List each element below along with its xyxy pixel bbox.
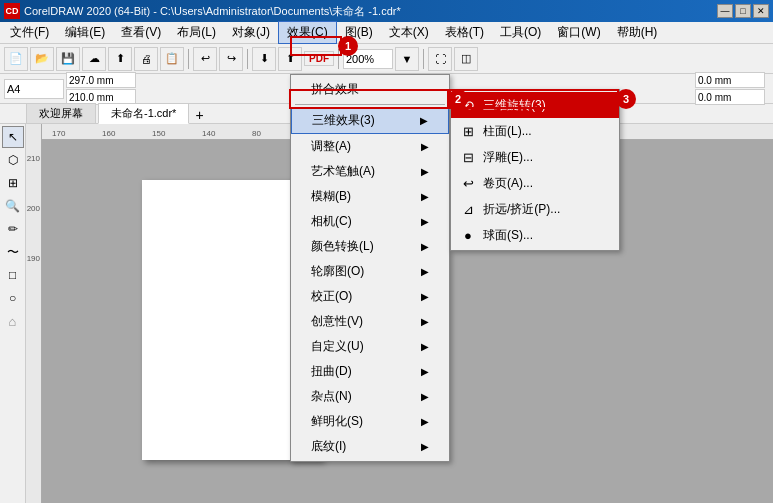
menu-distort[interactable]: 扭曲(D) ▶ <box>291 359 449 384</box>
menu-adjust[interactable]: 调整(A) ▶ <box>291 134 449 159</box>
ruler-tick-l2: 200 <box>27 204 40 213</box>
submenu-arrow-14: ▶ <box>421 441 429 452</box>
menu-file[interactable]: 文件(F) <box>2 22 57 43</box>
separator-4 <box>423 49 424 69</box>
width-value: 297.0 mm <box>69 75 113 86</box>
save-button[interactable]: 💾 <box>56 47 80 71</box>
title-bar: CD CorelDRAW 2020 (64-Bit) - C:\Users\Ad… <box>0 0 773 22</box>
zoom-dropdown[interactable]: ▼ <box>395 47 419 71</box>
cloud2-button[interactable]: ⬆ <box>108 47 132 71</box>
menu-color-transform[interactable]: 颜色转换(L) ▶ <box>291 234 449 259</box>
menu-tools[interactable]: 工具(O) <box>492 22 549 43</box>
rect-tool[interactable]: □ <box>2 264 24 286</box>
menu-object[interactable]: 对象(J) <box>224 22 278 43</box>
separator-2 <box>247 49 248 69</box>
width-input[interactable]: 297.0 mm <box>66 72 136 88</box>
menu-perspective[interactable]: ⊿ 折远/挤近(P)... <box>451 196 619 222</box>
pdf-button[interactable]: PDF <box>304 51 334 66</box>
tab-welcome[interactable]: 欢迎屏幕 <box>26 103 96 123</box>
menu-texture[interactable]: 底纹(I) ▶ <box>291 434 449 459</box>
menu-noise[interactable]: 杂点(N) ▶ <box>291 384 449 409</box>
ruler-tick-140: 140 <box>202 129 215 138</box>
menu-art[interactable]: 艺术笔触(A) ▶ <box>291 159 449 184</box>
menu-edit[interactable]: 编辑(E) <box>57 22 113 43</box>
menu-creative[interactable]: 创意性(V) ▶ <box>291 309 449 334</box>
export-button[interactable]: ⬆ <box>278 47 302 71</box>
undo-button[interactable]: ↩ <box>193 47 217 71</box>
menu-layout[interactable]: 布局(L) <box>169 22 224 43</box>
submenu-arrow-2: ▶ <box>421 141 429 152</box>
minimize-button[interactable]: — <box>717 4 733 18</box>
menu-3d-effects[interactable]: 三维效果(3) ▶ <box>291 107 449 134</box>
ellipse-tool[interactable]: ○ <box>2 287 24 309</box>
select-tool[interactable]: ↖ <box>2 126 24 148</box>
menu-cylinder[interactable]: ⊞ 柱面(L)... <box>451 118 619 144</box>
submenu-arrow-12: ▶ <box>421 391 429 402</box>
fullscreen-button[interactable]: ⛶ <box>428 47 452 71</box>
close-button[interactable]: ✕ <box>753 4 769 18</box>
page-button[interactable]: 📋 <box>160 47 184 71</box>
submenu-arrow-5: ▶ <box>421 216 429 227</box>
menu-pagecurl[interactable]: ↩ 卷页(A)... <box>451 170 619 196</box>
open-button[interactable]: 📂 <box>30 47 54 71</box>
menu-contour[interactable]: 轮廓图(O) ▶ <box>291 259 449 284</box>
ruler-tick-170: 170 <box>52 129 65 138</box>
step-3-circle: 3 <box>616 89 636 109</box>
window-title: CorelDRAW 2020 (64-Bit) - C:\Users\Admin… <box>24 4 717 19</box>
menu-view[interactable]: 查看(V) <box>113 22 169 43</box>
ruler-tick-l1: 210 <box>27 154 40 163</box>
home-icon: ⌂ <box>2 310 24 332</box>
print-button[interactable]: 🖨 <box>134 47 158 71</box>
ruler-tick-150: 150 <box>152 129 165 138</box>
submenu-arrow-8: ▶ <box>421 291 429 302</box>
menu-3d-rotate[interactable]: ⟲ 三维旋转(3)... <box>451 92 619 118</box>
height-value: 210.0 mm <box>69 92 113 103</box>
separator-1 <box>188 49 189 69</box>
menu-text[interactable]: 文本(X) <box>381 22 437 43</box>
smooth-tool[interactable]: 〜 <box>2 241 24 263</box>
coord-y-value: 0.0 mm <box>698 92 731 103</box>
import-button[interactable]: ⬇ <box>252 47 276 71</box>
cloud-button[interactable]: ☁ <box>82 47 106 71</box>
coord-y-input[interactable]: 0.0 mm <box>695 89 765 105</box>
coord-x-input[interactable]: 0.0 mm <box>695 72 765 88</box>
add-tab-button[interactable]: + <box>195 107 203 123</box>
pagecurl-icon: ↩ <box>459 174 477 192</box>
page-size-value: A4 <box>7 83 20 95</box>
menu-camera[interactable]: 相机(C) ▶ <box>291 209 449 234</box>
crop-tool[interactable]: ⊞ <box>2 172 24 194</box>
menu-sphere[interactable]: ● 球面(S)... <box>451 222 619 248</box>
sphere-icon: ● <box>459 226 477 244</box>
menu-custom[interactable]: 自定义(U) ▶ <box>291 334 449 359</box>
freehand-tool[interactable]: ✏ <box>2 218 24 240</box>
menu-sep-1 <box>295 104 445 105</box>
emboss-icon: ⊟ <box>459 148 477 166</box>
submenu-arrow-13: ▶ <box>421 416 429 427</box>
maximize-button[interactable]: □ <box>735 4 751 18</box>
menu-window[interactable]: 窗口(W) <box>549 22 608 43</box>
menu-sharpen[interactable]: 鲜明化(S) ▶ <box>291 409 449 434</box>
menu-help[interactable]: 帮助(H) <box>609 22 666 43</box>
menu-bar: 文件(F) 编辑(E) 查看(V) 布局(L) 对象(J) 效果(C) 图(B)… <box>0 22 773 44</box>
menu-table[interactable]: 表格(T) <box>437 22 492 43</box>
menu-emboss[interactable]: ⊟ 浮雕(E)... <box>451 144 619 170</box>
new-button[interactable]: 📄 <box>4 47 28 71</box>
submenu-arrow-10: ▶ <box>421 341 429 352</box>
page-size-select[interactable]: A4 <box>4 79 64 99</box>
menu-correct[interactable]: 校正(O) ▶ <box>291 284 449 309</box>
zoom-tool[interactable]: 🔍 <box>2 195 24 217</box>
step-1-circle: 1 <box>338 36 358 56</box>
view-button[interactable]: ◫ <box>454 47 478 71</box>
menu-blur[interactable]: 模糊(B) ▶ <box>291 184 449 209</box>
submenu-arrow-7: ▶ <box>421 266 429 277</box>
cylinder-icon: ⊞ <box>459 122 477 140</box>
menu-effect[interactable]: 效果(C) <box>278 21 337 44</box>
ruler-left: 210 200 190 <box>26 124 42 503</box>
node-tool[interactable]: ⬡ <box>2 149 24 171</box>
ruler-tick-l3: 190 <box>27 254 40 263</box>
menu-combine[interactable]: 拼合效果 <box>291 77 449 102</box>
redo-button[interactable]: ↪ <box>219 47 243 71</box>
ruler-tick-80: 80 <box>252 129 261 138</box>
tab-document[interactable]: 未命名-1.cdr* <box>98 103 189 124</box>
effect-menu: 拼合效果 三维效果(3) ▶ 调整(A) ▶ 艺术笔触(A) ▶ 模糊(B) ▶… <box>290 74 450 462</box>
